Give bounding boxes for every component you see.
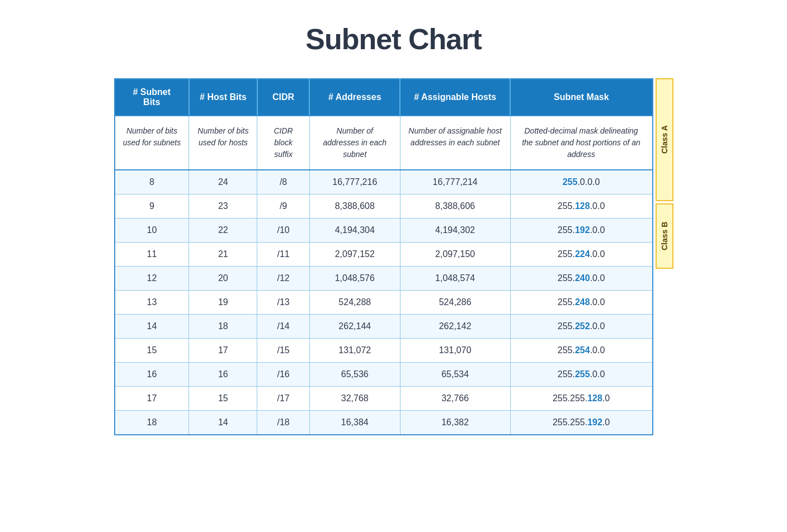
cell-subnet-bits: 15 xyxy=(115,339,189,363)
table-row: 15 17 /15 131,072 131,070 255.254.0.0 xyxy=(115,339,653,363)
table-row: 10 22 /10 4,194,304 4,194,302 255.192.0.… xyxy=(115,218,653,243)
cell-mask: 255.128.0.0 xyxy=(510,194,652,218)
cell-addresses: 4,194,304 xyxy=(309,218,400,243)
cell-subnet-bits: 16 xyxy=(115,363,189,387)
col-header-addresses: # Addresses xyxy=(309,79,400,116)
desc-host-bits: Number of bits used for hosts xyxy=(189,116,257,170)
cell-subnet-bits: 13 xyxy=(115,291,189,315)
cell-addresses: 32,768 xyxy=(309,387,400,411)
cell-assignable: 16,777,214 xyxy=(400,170,510,194)
cell-subnet-bits: 11 xyxy=(115,243,189,267)
cell-assignable: 32,766 xyxy=(400,387,510,411)
cell-mask: 255.192.0.0 xyxy=(510,218,652,243)
cell-assignable: 131,070 xyxy=(400,339,510,363)
cell-host-bits: 18 xyxy=(189,315,257,339)
col-header-mask: Subnet Mask xyxy=(510,79,652,116)
cell-addresses: 65,536 xyxy=(309,363,400,387)
cell-cidr: /16 xyxy=(257,363,310,387)
cell-assignable: 262,142 xyxy=(400,315,510,339)
cell-mask: 255.255.0.0 xyxy=(510,363,652,387)
cell-assignable: 8,388,606 xyxy=(400,194,510,218)
cell-subnet-bits: 18 xyxy=(115,411,189,435)
class-a-label: Class A xyxy=(656,78,673,201)
table-row: 9 23 /9 8,388,608 8,388,606 255.128.0.0 xyxy=(115,194,653,218)
table-row: 18 14 /18 16,384 16,382 255.255.192.0 xyxy=(115,411,653,435)
cell-mask: 255.255.128.0 xyxy=(510,387,652,411)
cell-mask: 255.0.0.0 xyxy=(510,170,652,194)
cell-addresses: 8,388,608 xyxy=(309,194,400,218)
cell-addresses: 16,384 xyxy=(309,411,400,435)
cell-mask: 255.248.0.0 xyxy=(510,291,652,315)
cell-assignable: 4,194,302 xyxy=(400,218,510,243)
cell-subnet-bits: 9 xyxy=(115,194,189,218)
col-header-cidr: CIDR xyxy=(257,79,310,116)
page-container: Subnet Chart # Subnet Bits # Host Bits C… xyxy=(114,22,673,435)
cell-host-bits: 20 xyxy=(189,267,257,291)
cell-host-bits: 17 xyxy=(189,339,257,363)
cell-mask: 255.252.0.0 xyxy=(510,315,652,339)
cell-addresses: 262,144 xyxy=(309,315,400,339)
class-labels-container: Class A Class B xyxy=(656,78,673,435)
desc-assignable: Number of assignable host addresses in e… xyxy=(400,116,510,170)
table-header-row: # Subnet Bits # Host Bits CIDR # Address… xyxy=(115,79,653,116)
subnet-table: # Subnet Bits # Host Bits CIDR # Address… xyxy=(114,78,653,435)
cell-mask: 255.255.192.0 xyxy=(510,411,652,435)
cell-host-bits: 14 xyxy=(189,411,257,435)
cell-assignable: 65,534 xyxy=(400,363,510,387)
cell-cidr: /18 xyxy=(257,411,310,435)
cell-host-bits: 21 xyxy=(189,243,257,267)
cell-host-bits: 16 xyxy=(189,363,257,387)
page-title: Subnet Chart xyxy=(114,22,673,56)
table-wrapper: # Subnet Bits # Host Bits CIDR # Address… xyxy=(114,78,673,435)
table-row: 17 15 /17 32,768 32,766 255.255.128.0 xyxy=(115,387,653,411)
cell-addresses: 16,777,216 xyxy=(309,170,400,194)
col-header-host-bits: # Host Bits xyxy=(189,79,257,116)
cell-subnet-bits: 10 xyxy=(115,218,189,243)
cell-cidr: /12 xyxy=(257,267,310,291)
cell-addresses: 524,288 xyxy=(309,291,400,315)
description-row: Number of bits used for subnets Number o… xyxy=(115,116,653,170)
table-row: 11 21 /11 2,097,152 2,097,150 255.224.0.… xyxy=(115,243,653,267)
table-row: 14 18 /14 262,144 262,142 255.252.0.0 xyxy=(115,315,653,339)
cell-cidr: /10 xyxy=(257,218,310,243)
cell-assignable: 16,382 xyxy=(400,411,510,435)
col-header-assignable: # Assignable Hosts xyxy=(400,79,510,116)
cell-cidr: /8 xyxy=(257,170,310,194)
table-row: 12 20 /12 1,048,576 1,048,574 255.240.0.… xyxy=(115,267,653,291)
cell-host-bits: 23 xyxy=(189,194,257,218)
cell-assignable: 524,286 xyxy=(400,291,510,315)
cell-addresses: 1,048,576 xyxy=(309,267,400,291)
cell-subnet-bits: 8 xyxy=(115,170,189,194)
cell-cidr: /11 xyxy=(257,243,310,267)
cell-cidr: /9 xyxy=(257,194,310,218)
cell-mask: 255.240.0.0 xyxy=(510,267,652,291)
desc-mask: Dotted-decimal mask delineating the subn… xyxy=(510,116,652,170)
cell-addresses: 2,097,152 xyxy=(309,243,400,267)
cell-subnet-bits: 17 xyxy=(115,387,189,411)
cell-subnet-bits: 12 xyxy=(115,267,189,291)
cell-host-bits: 19 xyxy=(189,291,257,315)
col-header-subnet-bits: # Subnet Bits xyxy=(115,79,189,116)
desc-cidr: CIDR block suffix xyxy=(257,116,310,170)
cell-subnet-bits: 14 xyxy=(115,315,189,339)
cell-cidr: /13 xyxy=(257,291,310,315)
cell-host-bits: 24 xyxy=(189,170,257,194)
table-row: 16 16 /16 65,536 65,534 255.255.0.0 xyxy=(115,363,653,387)
table-row: 13 19 /13 524,288 524,286 255.248.0.0 xyxy=(115,291,653,315)
cell-host-bits: 22 xyxy=(189,218,257,243)
cell-cidr: /15 xyxy=(257,339,310,363)
cell-host-bits: 15 xyxy=(189,387,257,411)
cell-cidr: /17 xyxy=(257,387,310,411)
cell-mask: 255.224.0.0 xyxy=(510,243,652,267)
table-row: 8 24 /8 16,777,216 16,777,214 255.0.0.0 xyxy=(115,170,653,194)
desc-subnet-bits: Number of bits used for subnets xyxy=(115,116,189,170)
cell-cidr: /14 xyxy=(257,315,310,339)
desc-addresses: Number of addresses in each subnet xyxy=(309,116,400,170)
class-b-label: Class B xyxy=(656,203,673,269)
cell-assignable: 2,097,150 xyxy=(400,243,510,267)
cell-mask: 255.254.0.0 xyxy=(510,339,652,363)
cell-assignable: 1,048,574 xyxy=(400,267,510,291)
cell-addresses: 131,072 xyxy=(309,339,400,363)
